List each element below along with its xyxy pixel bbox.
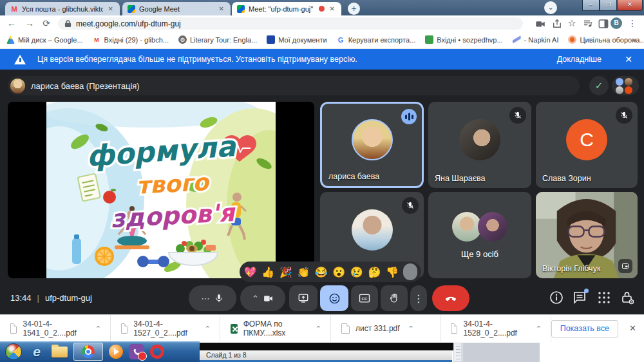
mic-off-icon xyxy=(616,107,632,124)
internet-explorer-icon[interactable]: e xyxy=(28,344,46,359)
recording-dot-icon xyxy=(319,6,325,12)
picture-in-picture-icon[interactable] xyxy=(618,259,632,273)
reaction-laugh[interactable]: 😂 xyxy=(314,266,328,278)
maximize-button[interactable]: ❐ xyxy=(600,0,617,11)
drive-icon xyxy=(6,35,15,44)
participant-name: Яна Шараєва xyxy=(435,174,486,183)
video-tile-slava[interactable]: C Слава Зорин xyxy=(536,102,638,188)
tab-meet-active[interactable]: Meet: "ufp-dtum-guj" ✕ xyxy=(232,2,341,15)
download-item[interactable]: 34-01-4-1541_0_2....pdf ⌃ xyxy=(0,315,111,342)
presenter-bar[interactable]: лариса баева (Презентація) xyxy=(8,76,580,95)
profile-avatar[interactable]: B xyxy=(611,17,622,29)
media-player-icon[interactable] xyxy=(109,345,123,359)
avatar xyxy=(478,212,507,242)
window-controls: – ❐ ✕ xyxy=(582,0,643,11)
host-controls-button[interactable] xyxy=(620,290,635,305)
reaction-cry[interactable]: 😢 xyxy=(350,266,364,278)
reaction-clap[interactable]: 👏 xyxy=(297,266,311,278)
reactions-button[interactable] xyxy=(320,285,348,311)
banner-close-icon[interactable]: ✕ xyxy=(625,54,632,64)
bookmark-literary[interactable]: ⚙Literary Tour: Engla... xyxy=(178,35,257,44)
more-options-button[interactable]: ⋮ xyxy=(410,285,427,311)
start-button[interactable] xyxy=(5,343,22,360)
download-item[interactable]: лист 331.pdf ⌃ xyxy=(331,315,440,342)
camera-in-use-icon[interactable] xyxy=(535,18,546,30)
powerpoint-window[interactable]: Слайд 1 из 8 xyxy=(200,341,540,362)
downloads-close-icon[interactable]: ✕ xyxy=(629,323,636,333)
tab-close-icon[interactable]: ✕ xyxy=(107,5,115,12)
forward-button[interactable]: → xyxy=(23,17,36,30)
tab-close-icon[interactable]: ✕ xyxy=(218,5,225,12)
bookmark-star-icon[interactable]: ☆ xyxy=(565,17,578,30)
tab-close-icon[interactable]: ✕ xyxy=(328,5,336,12)
reaction-surprised[interactable]: 😮 xyxy=(332,266,346,278)
bookmark-export[interactable]: GКерувати експорта... xyxy=(337,35,416,44)
activities-button[interactable] xyxy=(596,290,612,305)
google-icon: G xyxy=(337,35,345,44)
mic-button[interactable]: ⋯ xyxy=(189,285,236,311)
file-explorer-icon[interactable] xyxy=(52,347,68,357)
download-item[interactable]: 34-01-4-1527_0_2....pdf ⌃ xyxy=(111,315,220,342)
chrome-taskbar-button[interactable] xyxy=(73,343,103,361)
confirm-check-button[interactable]: ✓ xyxy=(589,76,609,95)
camera-options-icon[interactable]: ⌃ xyxy=(252,294,259,303)
tab-label: Meet: "ufp-dtum-guj" xyxy=(249,5,315,13)
bookmark-drive[interactable]: Мій диск – Google... xyxy=(6,35,83,44)
side-panel-icon[interactable] xyxy=(598,18,609,30)
participants-stack[interactable] xyxy=(612,76,639,95)
raise-hand-button[interactable] xyxy=(381,285,408,311)
tab-search-button[interactable]: ⌄ xyxy=(544,1,557,14)
download-menu-icon[interactable]: ⌃ xyxy=(205,325,211,333)
reaction-thumbs-down[interactable]: 👎 xyxy=(385,266,399,278)
download-item[interactable]: 34-01-4-1528_0_2....pdf ⌃ xyxy=(440,315,551,342)
chat-button[interactable] xyxy=(572,290,587,305)
opera-icon[interactable] xyxy=(150,345,164,359)
video-tile-larysa[interactable]: лариса баева xyxy=(320,102,424,188)
reaction-party[interactable]: 🎉 xyxy=(279,266,293,278)
banner-learn-more-link[interactable]: Докладніше xyxy=(557,55,601,64)
presentation-tile[interactable]: формула твого здоров'я xyxy=(8,102,314,278)
bookmark-gmail[interactable]: MВхідні (29) - glibch... xyxy=(93,35,169,44)
browser-menu-icon[interactable]: ⋮ xyxy=(626,17,639,30)
meeting-details-button[interactable] xyxy=(549,290,564,305)
chat-notification-dot xyxy=(584,289,589,293)
reaction-heart[interactable]: 💖 xyxy=(243,266,258,278)
end-call-button[interactable] xyxy=(432,285,469,311)
playlist-icon[interactable] xyxy=(582,18,594,30)
tab-mail[interactable]: M Уся пошта - glibchuk.viktoria@g ✕ xyxy=(5,2,120,15)
avatar-group xyxy=(452,212,507,242)
share-icon[interactable] xyxy=(551,18,563,30)
close-window-button[interactable]: ✕ xyxy=(617,0,643,11)
download-menu-icon[interactable]: ⌃ xyxy=(95,325,101,333)
more-participants-tile[interactable]: Ще 9 осіб xyxy=(428,192,531,278)
bookmark-docs[interactable]: Мої документи xyxy=(267,35,327,44)
present-button[interactable] xyxy=(289,285,317,311)
new-tab-button[interactable]: + xyxy=(348,3,360,15)
reaction-thumbs-up[interactable]: 👍 xyxy=(261,266,276,278)
pdf-file-icon xyxy=(10,323,17,334)
back-button[interactable]: ← xyxy=(5,17,18,30)
banner-text: Ця версія вебпереглядача більше не підтр… xyxy=(37,55,357,64)
reload-button[interactable]: ⟳ xyxy=(40,17,53,30)
bookmark-inbox[interactable]: Вхідні • sozpedhvp... xyxy=(425,35,502,44)
show-all-downloads-button[interactable]: Показать все xyxy=(551,320,618,338)
camera-button[interactable]: ⌃ xyxy=(240,285,285,311)
reaction-thinking[interactable]: 🤔 xyxy=(368,266,382,278)
orange-dot-icon xyxy=(568,35,576,44)
tab-google-meet[interactable]: Google Meet ✕ xyxy=(122,2,231,15)
bookmark-napkin[interactable]: - Napkin AI xyxy=(513,35,559,44)
address-bar[interactable]: meet.google.com/ufp-dtum-guj xyxy=(58,17,523,30)
bookmarks-overflow-icon[interactable]: » xyxy=(632,35,636,44)
viber-icon[interactable] xyxy=(129,344,144,359)
download-menu-icon[interactable]: ⌃ xyxy=(316,325,321,333)
windows-taskbar: e xyxy=(0,341,200,362)
download-menu-icon[interactable]: ⌃ xyxy=(408,325,414,333)
download-menu-icon[interactable]: ⌃ xyxy=(536,325,542,333)
video-tile-yana[interactable]: Яна Шараєва xyxy=(428,102,531,188)
download-item[interactable]: ФОРМА по ПКМУ....xlsx ⌃ xyxy=(220,315,331,342)
powerpoint-scrollbar[interactable] xyxy=(453,343,462,362)
mic-options-icon[interactable]: ⋯ xyxy=(202,294,210,303)
video-tile-viktoria[interactable]: Вікторія Глібчук xyxy=(536,192,638,278)
minimize-button[interactable]: – xyxy=(582,0,600,11)
captions-button[interactable]: CC xyxy=(351,285,378,311)
